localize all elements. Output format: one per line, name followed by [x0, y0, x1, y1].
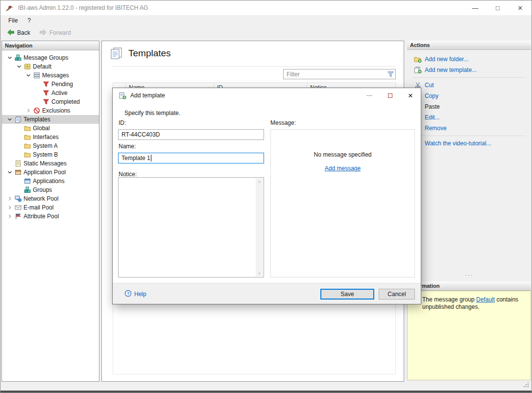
- actions-separator: [412, 77, 526, 78]
- tree-item-attribute-pool[interactable]: Attribute Pool: [2, 212, 99, 221]
- chevron-collapsed-icon[interactable]: [6, 195, 14, 202]
- chevron-expanded-icon[interactable]: [15, 63, 23, 70]
- add-template-icon: [119, 92, 126, 99]
- tree-item-default[interactable]: Default: [2, 62, 99, 71]
- dialog-close-button[interactable]: ✕: [400, 88, 421, 103]
- folder-icon: [23, 151, 31, 158]
- tree-item-e-mail-pool[interactable]: E-mail Pool: [2, 203, 99, 212]
- tree-item-message-groups[interactable]: Message Groups: [2, 53, 99, 62]
- tree-item-exclusions[interactable]: Exclusions: [2, 106, 99, 115]
- chevron-expanded-icon[interactable]: [6, 169, 14, 176]
- dialog-controls: — ✕: [359, 88, 421, 103]
- cancel-button[interactable]: Cancel: [379, 289, 415, 300]
- tree-item-applications[interactable]: Applications: [2, 177, 99, 185]
- default-group-link[interactable]: Default: [476, 296, 495, 303]
- folder-icon: [23, 142, 31, 149]
- message-groups-icon: [14, 54, 22, 61]
- navigation-panel: Navigation Message GroupsDefaultMessages…: [1, 41, 99, 382]
- filter-red-icon: [42, 90, 50, 96]
- dialog-subtitle: Specify this template.: [124, 110, 180, 116]
- tree-item-network-pool[interactable]: Network Pool: [2, 194, 99, 203]
- chevron-spacer: [6, 160, 14, 167]
- chevron-expanded-icon[interactable]: [6, 54, 14, 61]
- folder-icon: [23, 134, 31, 140]
- tree-item-global[interactable]: Global: [2, 124, 99, 133]
- tree-item-system-a[interactable]: System A: [2, 141, 99, 150]
- chevron-collapsed-icon[interactable]: [6, 213, 14, 220]
- tree-item-label: System B: [33, 151, 58, 158]
- name-label: Name:: [119, 143, 136, 150]
- add-message-link[interactable]: Add message: [325, 165, 361, 172]
- save-button[interactable]: Save: [320, 289, 374, 300]
- dialog-maximize-button[interactable]: [380, 88, 400, 103]
- resize-grip-icon[interactable]: [523, 382, 530, 390]
- dialog-minimize-button[interactable]: —: [359, 88, 380, 103]
- help-label: Help: [134, 291, 146, 298]
- filter-red-icon: [42, 81, 50, 88]
- tree-item-completed[interactable]: Completed: [2, 97, 99, 106]
- action-paste[interactable]: Paste: [407, 101, 531, 112]
- tree-item-templates[interactable]: Templates: [2, 115, 99, 124]
- menu-file[interactable]: File: [3, 16, 23, 25]
- chevron-expanded-icon[interactable]: [6, 116, 14, 123]
- tree-item-label: Network Pool: [24, 195, 58, 202]
- filter-funnel-icon: [386, 71, 395, 77]
- tree-item-system-b[interactable]: System B: [2, 150, 99, 159]
- action-label: Remove: [425, 125, 447, 132]
- chevron-expanded-icon[interactable]: [24, 72, 32, 79]
- tree-item-messages[interactable]: Messages: [2, 71, 99, 80]
- action-add-new-template[interactable]: Add new template...: [407, 65, 531, 75]
- titlebar: IBI-aws Admin 1.22.0 - registered for IB…: [0, 0, 532, 15]
- close-button[interactable]: ✕: [509, 0, 532, 15]
- chevron-spacer: [15, 178, 23, 185]
- name-input[interactable]: Template 1: [118, 153, 264, 163]
- panel-splitter[interactable]: ···: [407, 272, 531, 278]
- id-input[interactable]: RT-44CC403D: [118, 129, 264, 140]
- id-label: ID:: [119, 119, 126, 126]
- network-pool-icon: [14, 195, 22, 202]
- tree-item-groups[interactable]: Groups: [2, 185, 99, 194]
- minimize-button[interactable]: —: [464, 0, 486, 15]
- tree-item-label: Messages: [42, 72, 69, 79]
- action-add-new-folder[interactable]: Add new folder...: [407, 54, 531, 65]
- tree-item-label: Completed: [51, 98, 80, 105]
- application-pool-icon: [14, 169, 22, 176]
- menu-help[interactable]: ?: [23, 16, 36, 25]
- maximize-button[interactable]: □: [486, 0, 509, 15]
- exclusions-icon: [32, 107, 41, 114]
- help-button[interactable]: ? Help: [124, 290, 146, 299]
- action-cut[interactable]: Cut: [407, 80, 531, 91]
- notice-scrollbar[interactable]: ▲ ▼: [256, 178, 263, 277]
- page-title: Templates: [128, 48, 171, 59]
- tree-item-active[interactable]: Active: [2, 89, 99, 97]
- chevron-spacer: [15, 125, 23, 132]
- chevron-spacer: [15, 186, 23, 193]
- chevron-collapsed-icon[interactable]: [6, 204, 14, 211]
- window-title: IBI-aws Admin 1.22.0 - registered for IB…: [18, 4, 148, 11]
- tree-item-static-messages[interactable]: Static Messages: [2, 159, 99, 168]
- action-remove[interactable]: Remove: [407, 123, 531, 134]
- information-box: The message group Default contains unpub…: [407, 291, 531, 380]
- forward-button[interactable]: Forward: [36, 28, 74, 38]
- notice-textarea[interactable]: ▲ ▼: [118, 177, 264, 277]
- back-label: Back: [17, 29, 30, 36]
- tree-item-application-pool[interactable]: Application Pool: [2, 168, 99, 177]
- tree-item-interfaces[interactable]: Interfaces: [2, 133, 99, 141]
- messages-icon: [32, 72, 41, 79]
- message-panel: No message specified Add message: [270, 129, 415, 277]
- back-button[interactable]: Back: [3, 28, 34, 38]
- action-watch-the-video-tutorial[interactable]: Watch the video-tutorial...: [407, 138, 531, 149]
- filter-input[interactable]: [284, 71, 386, 78]
- add-template-dialog: Add template — ✕ Specify this template. …: [112, 88, 421, 304]
- action-label: Paste: [425, 103, 440, 110]
- chevron-collapsed-icon[interactable]: [24, 107, 32, 114]
- action-copy[interactable]: Copy: [407, 91, 531, 101]
- default-group-icon: [23, 63, 31, 70]
- actions-panel: Actions Add new folder...Add new templat…: [407, 41, 531, 276]
- action-edit[interactable]: Edit...: [407, 112, 531, 123]
- tree-item-pending[interactable]: Pending: [2, 80, 99, 89]
- tree-item-label: Default: [33, 63, 51, 70]
- templates-page-icon: [110, 47, 123, 61]
- message-label: Message:: [270, 119, 296, 126]
- action-label: Add new folder...: [425, 56, 468, 63]
